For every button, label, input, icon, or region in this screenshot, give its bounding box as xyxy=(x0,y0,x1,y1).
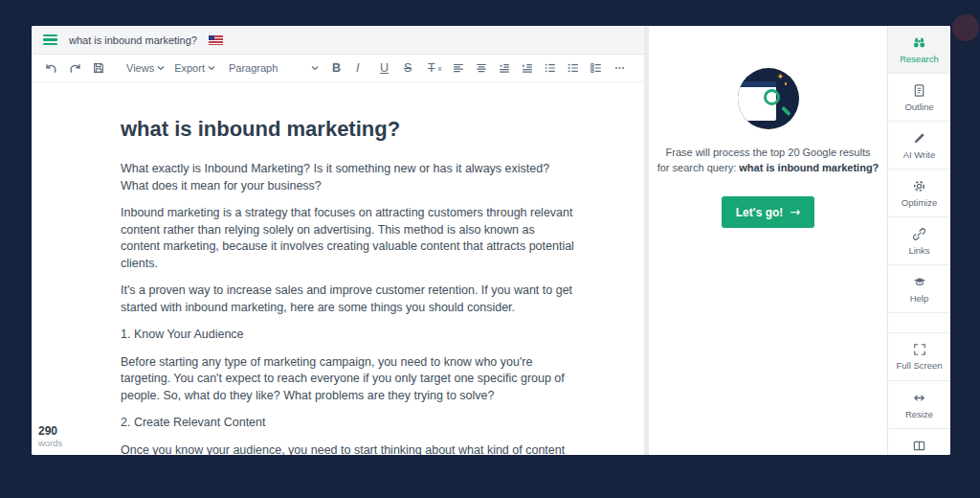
document-paragraph: It's a proven way to increase sales and … xyxy=(121,283,577,316)
underline-button[interactable]: U xyxy=(380,61,394,75)
sidebar-item-full-screen[interactable]: Full Screen xyxy=(888,333,950,381)
resize-arrows-icon xyxy=(912,391,926,405)
research-panel: ✦ Frase will process the top 20 Google r… xyxy=(649,26,887,455)
word-count: 290 words xyxy=(38,425,62,449)
sidebar-item-help[interactable]: Help xyxy=(888,265,950,313)
strikethrough-button[interactable]: S xyxy=(404,61,418,75)
italic-button[interactable]: I xyxy=(356,61,370,75)
sidebar-spacer xyxy=(888,313,950,333)
arrow-right-icon: → xyxy=(790,205,800,219)
checklist-button[interactable] xyxy=(590,61,603,75)
document-title[interactable]: what is inbound marketing? xyxy=(69,34,197,46)
document-paragraph: Inbound marketing is a strategy that foc… xyxy=(121,205,577,272)
redo-button[interactable] xyxy=(68,61,82,76)
bold-button[interactable]: B xyxy=(332,61,346,75)
research-message-line1: Frase will process the top 20 Google res… xyxy=(657,145,880,160)
document-icon xyxy=(912,83,926,98)
views-dropdown[interactable]: Views xyxy=(126,62,165,74)
right-sidebar: Research Outline AI Write Optimize xyxy=(887,26,950,455)
graduation-cap-icon xyxy=(912,275,927,289)
clear-formatting-button[interactable]: Tx xyxy=(428,61,442,75)
link-icon xyxy=(912,227,926,241)
sidebar-item-ai-write[interactable]: AI Write xyxy=(888,122,950,170)
save-button[interactable] xyxy=(92,61,105,75)
binoculars-icon xyxy=(912,35,926,50)
document-paragraph: Before starting any type of marketing ca… xyxy=(121,354,577,405)
document-titlebar: what is inbound marketing? xyxy=(32,26,644,55)
research-message-line2: for search query: what is inbound market… xyxy=(657,160,880,175)
research-message: Frase will process the top 20 Google res… xyxy=(657,145,880,175)
sparkle-icon: ✦ xyxy=(777,72,785,81)
search-query-text: what is inbound marketing? xyxy=(739,162,879,173)
document-paragraph: Once you know your audience, you need to… xyxy=(121,442,577,456)
indent-button[interactable] xyxy=(521,61,534,75)
frase-app-window: what is inbound marketing? Views Export xyxy=(32,26,950,455)
split-view-icon xyxy=(912,439,926,453)
us-flag-icon xyxy=(209,35,223,45)
align-center-button[interactable] xyxy=(475,61,488,75)
sidebar-item-optimize[interactable]: Optimize xyxy=(888,170,950,217)
menu-hamburger-icon[interactable] xyxy=(43,34,57,45)
gear-icon xyxy=(912,179,926,193)
align-left-button[interactable] xyxy=(452,61,465,75)
export-dropdown[interactable]: Export xyxy=(174,62,215,74)
more-options-button[interactable] xyxy=(612,61,627,75)
document-editor[interactable]: what is inbound marketing? What exactly … xyxy=(32,82,644,455)
document-paragraph: What exactly is Inbound Marketing? Is it… xyxy=(121,161,577,194)
lets-go-button[interactable]: Let's go! → xyxy=(722,196,814,228)
numbered-list-button[interactable] xyxy=(567,61,580,75)
document-subheading: 1. Know Your Audience xyxy=(121,327,577,344)
sidebar-item-outline[interactable]: Outline xyxy=(888,74,950,122)
pen-icon xyxy=(912,131,926,146)
paragraph-style-dropdown[interactable]: Paragraph xyxy=(229,62,319,74)
sidebar-item-research[interactable]: Research xyxy=(888,26,950,74)
corner-avatar-orb xyxy=(952,14,979,41)
document-heading: what is inbound marketing? xyxy=(121,117,577,142)
sidebar-item-split-view[interactable]: Split View xyxy=(888,429,950,455)
fullscreen-icon xyxy=(913,343,926,356)
bullet-list-button[interactable] xyxy=(544,61,557,75)
sidebar-item-links[interactable]: Links xyxy=(888,217,950,265)
frase-research-illustration: ✦ xyxy=(738,68,799,129)
magnifier-icon xyxy=(764,89,780,105)
word-count-value: 290 xyxy=(38,425,62,439)
word-count-label: words xyxy=(38,439,62,449)
editor-panel: what is inbound marketing? Views Export xyxy=(32,26,644,455)
editor-toolbar: Views Export Paragraph B I U S Tx xyxy=(32,55,644,82)
sidebar-item-resize[interactable]: Resize xyxy=(888,381,950,429)
document-subheading: 2. Create Relevant Content xyxy=(121,415,577,432)
outdent-button[interactable] xyxy=(498,61,511,75)
undo-button[interactable] xyxy=(44,61,58,76)
